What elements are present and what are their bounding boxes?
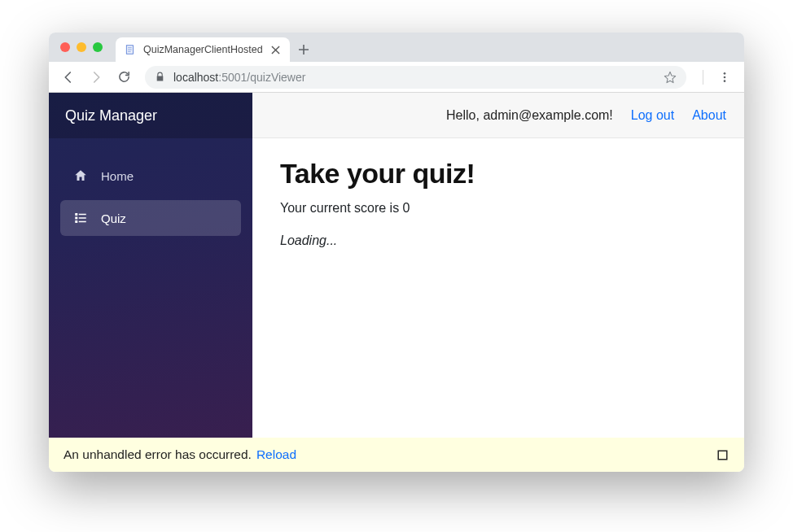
svg-rect-17 <box>718 451 727 460</box>
sidebar-item-home[interactable]: Home <box>60 158 241 194</box>
svg-rect-16 <box>79 221 86 223</box>
bookmark-star-icon[interactable] <box>664 71 677 84</box>
svg-rect-11 <box>75 213 77 216</box>
close-window-button[interactable] <box>60 42 70 52</box>
window-controls <box>60 42 103 52</box>
minimize-window-button[interactable] <box>77 42 86 52</box>
topbar: Hello, admin@example.com! Log out About <box>252 93 744 138</box>
svg-rect-13 <box>75 220 77 223</box>
svg-point-10 <box>724 80 726 82</box>
browser-toolbar: localhost:5001/quizViewer <box>49 62 744 93</box>
error-message: An unhandled error has occurred. <box>64 447 252 462</box>
lock-icon <box>155 72 165 82</box>
url-path: /quizViewer <box>247 71 305 84</box>
url-host: localhost <box>173 71 218 84</box>
score-prefix: Your current score is <box>280 201 403 215</box>
page-title: Take your quiz! <box>280 158 716 190</box>
browser-tab[interactable]: QuizManagerClientHosted <box>116 37 290 62</box>
content-area: Hello, admin@example.com! Log out About … <box>252 93 744 438</box>
app-viewport: Quiz Manager Home Quiz <box>49 93 744 472</box>
back-button[interactable] <box>57 66 80 89</box>
titlebar: QuizManagerClientHosted <box>49 33 744 62</box>
sidebar-item-quiz[interactable]: Quiz <box>60 200 241 236</box>
sidebar-item-label: Quiz <box>101 211 126 225</box>
error-banner: An unhandled error has occurred. Reload <box>49 438 744 472</box>
score-value: 0 <box>403 201 410 215</box>
url-text: localhost:5001/quizViewer <box>173 71 655 84</box>
forward-button[interactable] <box>85 66 107 89</box>
tab-title: QuizManagerClientHosted <box>143 44 263 55</box>
svg-point-8 <box>724 72 726 75</box>
loading-text: Loading... <box>280 233 716 248</box>
sidebar-item-label: Home <box>101 169 134 183</box>
reload-button[interactable] <box>112 66 135 89</box>
tab-strip: QuizManagerClientHosted <box>116 33 318 62</box>
logout-link[interactable]: Log out <box>631 108 674 123</box>
sidebar-nav: Home Quiz <box>49 138 252 236</box>
tab-close-icon[interactable] <box>269 46 282 55</box>
browser-menu-button[interactable] <box>713 66 736 89</box>
brand-title: Quiz Manager <box>49 93 252 138</box>
maximize-window-button[interactable] <box>93 42 103 52</box>
main-content: Take your quiz! Your current score is 0 … <box>252 138 744 268</box>
tab-favicon-icon <box>124 43 137 56</box>
error-reload-link[interactable]: Reload <box>256 447 296 462</box>
address-bar[interactable]: localhost:5001/quizViewer <box>145 66 686 89</box>
sidebar: Quiz Manager Home Quiz <box>49 93 252 438</box>
svg-rect-12 <box>75 217 77 220</box>
greeting-text: Hello, admin@example.com! <box>446 108 613 123</box>
browser-window: QuizManagerClientHosted <box>49 33 744 472</box>
url-port: :5001 <box>218 71 247 84</box>
about-link[interactable]: About <box>692 108 726 123</box>
home-icon <box>73 168 88 183</box>
error-dismiss-button[interactable] <box>715 447 729 462</box>
score-line: Your current score is 0 <box>280 201 716 216</box>
svg-rect-14 <box>79 214 86 216</box>
svg-rect-15 <box>79 217 86 219</box>
svg-point-9 <box>724 76 726 78</box>
toolbar-divider <box>703 70 703 85</box>
list-icon <box>73 211 88 225</box>
new-tab-button[interactable] <box>290 37 318 62</box>
